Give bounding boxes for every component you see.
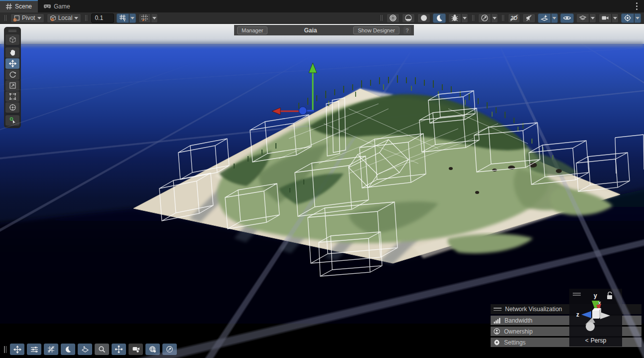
moon-overlay-icon[interactable]: [61, 344, 75, 355]
tab-scene[interactable]: Scene: [0, 0, 38, 12]
effects-toggle-icon[interactable]: [538, 13, 551, 23]
camera-overlay-icon[interactable]: [129, 344, 143, 355]
local-button[interactable]: Local: [47, 13, 82, 23]
view-toggles-group: 2D: [379, 13, 641, 23]
component-tools-icon[interactable]: [478, 13, 491, 23]
persp-arrow-icon: <: [585, 337, 589, 344]
toolbar-drag-handle[interactable]: [501, 15, 506, 21]
help-button[interactable]: ?: [403, 26, 411, 34]
show-designer-button[interactable]: Show Designer: [353, 26, 399, 34]
layers-split-button: [576, 13, 596, 23]
neg-z-axis-cone[interactable]: [600, 312, 610, 319]
overlay-toolbar-drag-handle[interactable]: [4, 346, 6, 353]
custom-editor-tool[interactable]: [5, 115, 19, 126]
bandwidth-bars-icon: [494, 318, 501, 324]
hand-tool[interactable]: [5, 47, 19, 58]
panel-drag-handle-icon[interactable]: [494, 308, 502, 311]
snap-dropdown[interactable]: [129, 13, 136, 23]
move-tool[interactable]: [5, 58, 19, 69]
manager-button[interactable]: Manager: [237, 26, 267, 34]
network-panel-title: Network Visualization: [505, 306, 562, 313]
move-overlay-icon[interactable]: [10, 344, 24, 355]
local-cube-icon: [50, 15, 56, 21]
neg-y-axis-sphere[interactable]: [586, 322, 595, 331]
camera-dropdown[interactable]: [612, 13, 619, 23]
settings-label: Settings: [504, 339, 525, 346]
tab-game[interactable]: Game: [38, 0, 76, 12]
gizmos-split-button: [621, 13, 641, 23]
sliders-overlay-icon[interactable]: [27, 344, 41, 355]
toolbar-drag-handle[interactable]: [84, 15, 89, 21]
prefab-diamond-overlay-icon[interactable]: [78, 344, 92, 355]
2d-toggle-icon[interactable]: 2D: [508, 13, 520, 23]
ownership-label: Ownership: [504, 328, 532, 335]
persp-label: Persp: [591, 337, 606, 344]
scale-tool[interactable]: [5, 80, 19, 91]
grid-settings-icon[interactable]: [138, 13, 151, 23]
lock-icon[interactable]: [607, 292, 612, 299]
kebab-menu-icon[interactable]: [629, 0, 644, 12]
svg-text:Y: Y: [124, 18, 126, 22]
camera-split-button: [599, 13, 619, 23]
component-tools-split-button: [478, 13, 498, 23]
overlay-toolbar: [4, 343, 177, 356]
rotate-tool[interactable]: [5, 69, 19, 80]
moon-night-mode-icon[interactable]: [433, 13, 446, 23]
axis-z-label[interactable]: z: [576, 311, 579, 318]
game-controller-icon: [44, 4, 51, 9]
scene-orientation-gizmo: y x z <Persp: [569, 289, 622, 347]
toolbar-drag-handle[interactable]: [379, 15, 384, 21]
grid-snap-y-icon[interactable]: Y: [117, 13, 129, 23]
gizmo-center-cube[interactable]: [592, 308, 601, 319]
debug-dropdown[interactable]: [461, 13, 468, 23]
grid-slash-overlay-icon[interactable]: [44, 344, 58, 355]
snap-toggle-split-button: Y: [117, 13, 136, 23]
chevron-down-icon: [74, 17, 78, 19]
pivot-label: Pivot: [22, 14, 35, 21]
transform-tool[interactable]: [5, 102, 19, 113]
tab-game-label: Game: [54, 3, 70, 10]
persp-toggle[interactable]: <Persp: [569, 337, 622, 344]
compass-overlay-icon[interactable]: [162, 344, 177, 355]
network-globe-overlay-icon[interactable]: [145, 344, 160, 355]
tab-bar: Scene Game: [0, 0, 644, 12]
audio-mute-icon[interactable]: [522, 13, 535, 23]
debug-split-button: [448, 13, 468, 23]
axis-y-label[interactable]: y: [594, 292, 597, 299]
scene-grid-icon: [6, 3, 12, 9]
tab-scene-label: Scene: [15, 3, 32, 10]
view-cube-tool[interactable]: [5, 34, 19, 45]
layers-icon[interactable]: [576, 13, 589, 23]
pivot-button[interactable]: Pivot: [10, 13, 44, 23]
tools-drag-handle[interactable]: [5, 29, 19, 33]
debug-bug-icon[interactable]: [448, 13, 461, 23]
tools-overlay: [4, 27, 21, 128]
effects-dropdown[interactable]: [551, 13, 558, 23]
snap-move-overlay-icon[interactable]: [112, 344, 126, 355]
lighting-toggle-icon[interactable]: [402, 13, 415, 23]
grid-settings-dropdown[interactable]: [151, 13, 158, 23]
component-tools-dropdown[interactable]: [491, 13, 498, 23]
scene-visibility-eye-icon[interactable]: [560, 13, 574, 23]
toolbar-drag-handle[interactable]: [3, 15, 8, 21]
z-axis-cone[interactable]: [581, 311, 591, 318]
ownership-person-icon: [494, 328, 500, 335]
unity-editor-window: Scene Game Pivot Local Y: [0, 0, 644, 358]
gaia-overlay-bar: Manager Gaia Show Designer ?: [234, 25, 414, 35]
pivot-square-icon: [13, 15, 20, 21]
search-overlay-icon[interactable]: [95, 344, 109, 355]
scene-viewport[interactable]: Manager Gaia Show Designer ?: [0, 24, 644, 358]
toolbar-drag-handle[interactable]: [471, 15, 476, 21]
shaded-mode-icon[interactable]: [386, 13, 399, 23]
scene-toolbar: Pivot Local Y: [0, 12, 644, 24]
gizmos-dropdown[interactable]: [634, 13, 641, 23]
rect-tool[interactable]: [5, 91, 19, 102]
layers-dropdown[interactable]: [589, 13, 596, 23]
move-gizmo[interactable]: [272, 63, 317, 115]
camera-icon[interactable]: [599, 13, 612, 23]
grid-size-input[interactable]: [91, 13, 114, 23]
skybox-toggle-icon[interactable]: [417, 13, 430, 23]
gizmos-toggle-icon[interactable]: [621, 13, 634, 23]
gizmo-drag-handle-icon[interactable]: [573, 293, 581, 295]
bandwidth-label: Bandwidth: [505, 317, 532, 324]
